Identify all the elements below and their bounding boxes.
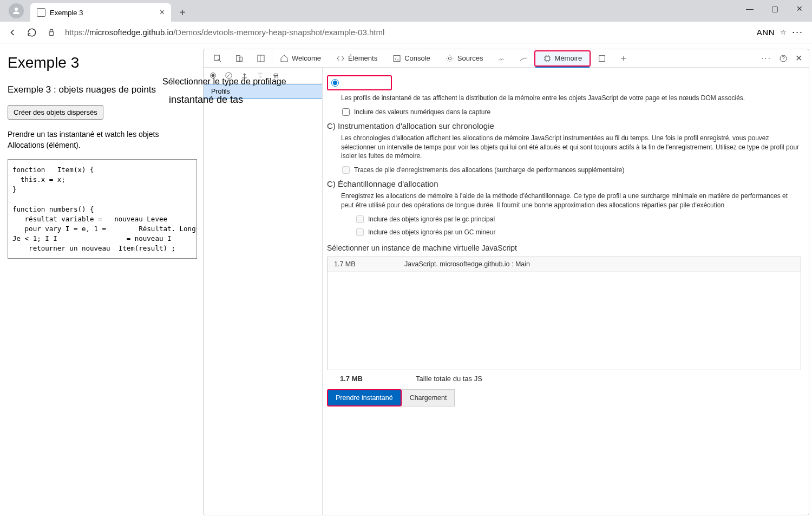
address-bar-row: https://microsoftedge.github.io/Demos/de… <box>0 22 812 43</box>
svg-point-0 <box>15 8 18 11</box>
window-controls: — ▢ ✕ <box>737 0 812 17</box>
vm-heading: Sélectionner un instance de machine virt… <box>327 244 801 252</box>
code-sample: fonction Item(x) { this.x = x; } functio… <box>8 159 197 259</box>
profile-avatar[interactable] <box>9 3 24 18</box>
more-tabs-icon[interactable] <box>613 49 634 68</box>
sampling-major-gc-checkbox[interactable] <box>356 215 364 223</box>
take-snapshot-highlight: Prendre instantané <box>327 389 402 406</box>
help-icon[interactable] <box>779 54 788 63</box>
total-heap-label: Taille totale du tas JS <box>416 375 482 383</box>
inspect-element-icon[interactable] <box>207 49 228 68</box>
timeline-stacktrace-checkbox[interactable] <box>342 166 350 174</box>
load-button[interactable]: Chargement <box>402 389 455 406</box>
page-paragraph: Prendre un tas instantané et watch les o… <box>8 129 197 150</box>
svg-rect-10 <box>599 55 605 61</box>
tab-elements[interactable]: Éléments <box>329 49 385 68</box>
performance-icon[interactable] <box>513 49 534 68</box>
tab-title: Exemple 3 <box>50 9 83 17</box>
new-tab-button[interactable]: + <box>174 4 191 21</box>
maximize-button[interactable]: ▢ <box>762 0 787 17</box>
network-icon[interactable] <box>491 49 513 68</box>
sampling-minor-gc-label: Inclure des objets ignorés par un GC min… <box>368 228 495 236</box>
sampling-minor-gc-checkbox[interactable] <box>356 228 364 236</box>
device-toggle-icon[interactable] <box>228 49 250 68</box>
vm-name: JavaScript. microsoftedge.github.io : Ma… <box>404 260 530 268</box>
svg-rect-7 <box>394 55 400 61</box>
create-objects-button[interactable]: Créer des objets dispersés <box>8 105 103 120</box>
overlay-profiling-type: Sélectionner le type de profilage <box>162 77 286 87</box>
heap-snapshot-desc: Les profils de instantané de tas affiche… <box>341 94 801 103</box>
favorite-icon[interactable]: ☆ <box>780 28 787 36</box>
dock-icon[interactable] <box>250 49 272 68</box>
include-numeric-checkbox[interactable] <box>342 108 350 116</box>
vm-total-row: 1.7 MB Taille totale du tas JS <box>327 370 801 387</box>
svg-rect-1 <box>49 31 54 35</box>
tab-sources[interactable]: Sources <box>438 49 491 68</box>
back-button[interactable] <box>6 27 18 38</box>
vm-size: 1.7 MB <box>334 260 404 268</box>
vm-list-row[interactable]: 1.7 MB JavaScript. microsoftedge.github.… <box>328 257 801 272</box>
address-bar[interactable]: https://microsoftedge.github.io/Demos/de… <box>65 28 749 37</box>
refresh-button[interactable] <box>26 27 38 38</box>
tab-memory[interactable]: Mémoire <box>534 50 591 67</box>
minimize-button[interactable]: — <box>737 0 762 17</box>
titlebar: Exemple 3 × + — ▢ ✕ <box>0 0 812 22</box>
menu-icon[interactable]: ··· <box>792 27 803 38</box>
devtools-tabbar: Welcome Éléments Console Sources Mémoire… <box>204 49 809 68</box>
sampling-desc: Enregistrez les allocations de mémoire à… <box>341 192 801 210</box>
svg-point-8 <box>448 57 451 60</box>
total-heap-size: 1.7 MB <box>340 375 416 383</box>
sampling-heading: C) Échantillonnage d'allocation <box>327 179 801 188</box>
timeline-stacktrace-label: Traces de pile d'enregistrements des all… <box>354 166 624 174</box>
include-numeric-label: Inclure des valeurs numériques dans la c… <box>354 108 490 116</box>
tab-welcome[interactable]: Welcome <box>272 49 329 68</box>
svg-rect-9 <box>545 56 549 61</box>
vm-list: 1.7 MB JavaScript. microsoftedge.github.… <box>327 257 801 370</box>
drawer-icon[interactable] <box>591 49 613 68</box>
timeline-heading: C) Instrumentation d'allocation sur chro… <box>327 121 801 130</box>
tab-console[interactable]: Console <box>385 49 438 68</box>
heap-snapshot-radio-highlight <box>327 75 392 90</box>
site-info-icon[interactable] <box>45 27 57 38</box>
close-tab-icon[interactable]: × <box>160 8 165 17</box>
sampling-major-gc-label: Inclure des objets ignorés par le gc pri… <box>368 215 495 223</box>
timeline-desc: Les chronologies d'allocation affichent … <box>341 134 801 161</box>
memory-pane: Les profils de instantané de tas affiche… <box>323 68 809 515</box>
overlay-heap-snapshot: instantané de tas <box>169 94 243 106</box>
svg-rect-5 <box>258 55 264 62</box>
more-icon[interactable]: ··· <box>761 54 771 63</box>
browser-tab[interactable]: Exemple 3 × <box>30 3 171 22</box>
page-h1: Exemple 3 <box>8 54 197 71</box>
profile-badge[interactable]: ANN <box>757 28 775 37</box>
file-icon <box>37 8 45 17</box>
devtools-panel: Welcome Éléments Console Sources Mémoire… <box>203 49 809 515</box>
take-snapshot-button[interactable]: Prendre instantané <box>328 390 401 405</box>
devtools-sidebar: Profils <box>204 68 323 515</box>
close-devtools-icon[interactable]: ✕ <box>795 53 802 63</box>
svg-rect-4 <box>239 57 242 61</box>
heap-snapshot-radio[interactable] <box>331 79 339 87</box>
close-window-button[interactable]: ✕ <box>787 0 812 17</box>
